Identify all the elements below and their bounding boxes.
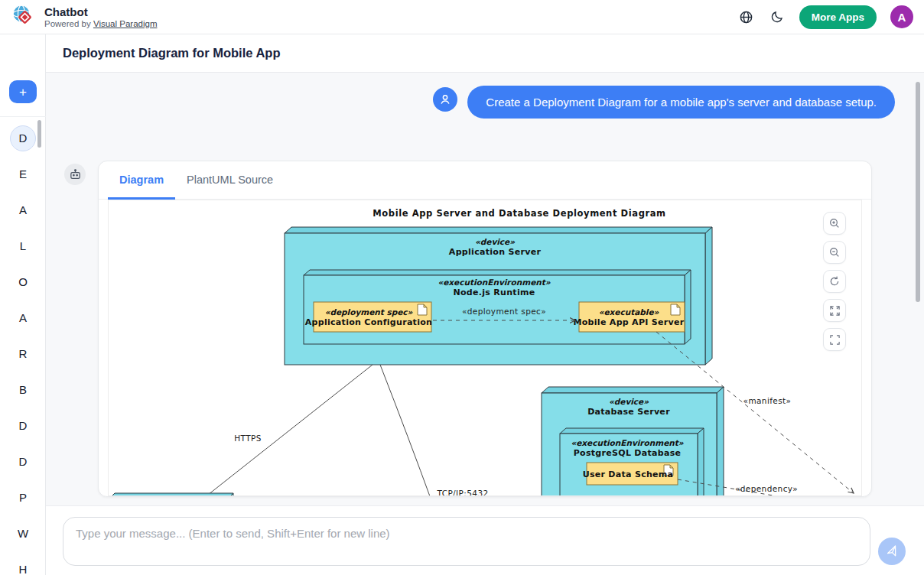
edge-https: [208, 365, 373, 495]
chat-history-item[interactable]: O: [0, 264, 46, 300]
app-header: Chatbot Powered by Visual Paradigm More …: [0, 0, 924, 34]
chat-scrollbar[interactable]: [916, 82, 920, 302]
edge-label-dependency: «dependency»: [735, 484, 798, 493]
artifact-application-configuration: «deployment spec» Application Configurat…: [305, 302, 432, 332]
chat-history-item[interactable]: B: [0, 372, 46, 408]
svg-text:Node.js Runtime: Node.js Runtime: [453, 288, 535, 297]
svg-text:«device»: «device»: [475, 237, 515, 246]
page-title: Deployment Diagram for Mobile App: [63, 46, 281, 60]
message-input-panel: [46, 505, 924, 575]
svg-text:PostgreSQL Database: PostgreSQL Database: [574, 448, 682, 458]
chat-history-item[interactable]: A: [0, 192, 46, 228]
svg-text:Application Server: Application Server: [449, 247, 542, 257]
titlebar: Deployment Diagram for Mobile App: [46, 34, 924, 73]
chat-history-item[interactable]: R: [0, 336, 46, 372]
chat-history-list: D E A L O A R B D D P W H: [0, 120, 46, 575]
edge-label-deployment-spec: «deployment spec»: [462, 307, 546, 316]
diagram-controls: [823, 212, 846, 351]
chat-history-item[interactable]: E: [0, 156, 46, 192]
svg-text:«executionEnvironment»: «executionEnvironment»: [571, 438, 683, 447]
message-input[interactable]: [63, 517, 870, 566]
robot-icon: [69, 168, 82, 181]
zoom-in-icon: [828, 217, 841, 229]
svg-text:Database Server: Database Server: [587, 407, 670, 417]
reset-view-icon: [828, 275, 841, 288]
artifact-mobile-app-api-server: «executable» Mobile App API Server: [574, 302, 685, 332]
user-message-row: Create a Deployment Diagram for a mobile…: [46, 86, 895, 119]
plus-icon: +: [19, 85, 27, 99]
sidebar-divider: [0, 116, 46, 117]
tab-plantuml-source[interactable]: PlantUML Source: [175, 161, 285, 200]
chat-history-item[interactable]: W: [0, 515, 46, 551]
diagram-card: Diagram PlantUML Source Mobile App Serve…: [98, 161, 872, 497]
tab-diagram[interactable]: Diagram: [108, 161, 175, 200]
artifact-doc-icon: [671, 304, 680, 315]
diagram-canvas[interactable]: Mobile App Server and Database Deploymen…: [108, 200, 862, 496]
chat-history-item[interactable]: P: [0, 479, 46, 515]
person-icon: [438, 93, 452, 106]
fullscreen-button[interactable]: [823, 328, 846, 351]
svg-text:«device»: «device»: [609, 397, 649, 406]
diagram-title: Mobile App Server and Database Deploymen…: [373, 208, 665, 219]
svg-text:User Data Schema: User Data Schema: [583, 469, 674, 479]
artifact-doc-icon: [418, 304, 427, 315]
visual-paradigm-link[interactable]: Visual Paradigm: [93, 19, 158, 28]
edge-label-tcpip: TCP/IP:5432: [436, 489, 488, 496]
powered-by: Powered by Visual Paradigm: [44, 18, 157, 29]
user-message-avatar: [433, 87, 457, 112]
dark-mode-moon-icon[interactable]: [769, 8, 786, 25]
reset-view-button[interactable]: [823, 270, 846, 293]
app-title: Chatbot: [44, 5, 157, 18]
app-logo: [11, 3, 35, 31]
edge-tcpip: [380, 365, 433, 496]
chat-area: Create a Deployment Diagram for a mobile…: [46, 73, 924, 575]
user-avatar-menu[interactable]: A: [890, 5, 913, 28]
expand-icon: [829, 305, 841, 317]
edge-label-https: HTTPS: [234, 434, 262, 443]
expand-button[interactable]: [823, 299, 846, 322]
svg-text:Mobile App API Server: Mobile App API Server: [574, 317, 685, 327]
chat-history-item[interactable]: H: [0, 551, 46, 575]
bot-avatar: [64, 164, 86, 185]
send-icon: [883, 543, 900, 560]
send-button[interactable]: [878, 538, 906, 565]
svg-text:«executionEnvironment»: «executionEnvironment»: [438, 278, 550, 287]
sidebar: + D E A L O A R B D D P W H: [0, 34, 46, 575]
zoom-out-icon: [828, 246, 841, 258]
bot-message-row: Diagram PlantUML Source Mobile App Serve…: [64, 161, 924, 497]
zoom-in-button[interactable]: [823, 212, 846, 235]
chat-history-item[interactable]: D: [0, 408, 46, 443]
language-globe-icon[interactable]: [738, 8, 755, 25]
artifact-user-data-schema: User Data Schema: [583, 463, 678, 485]
svg-text:«deployment spec»: «deployment spec»: [325, 307, 413, 317]
user-message-bubble: Create a Deployment Diagram for a mobile…: [467, 86, 895, 119]
svg-text:Application Configuration: Application Configuration: [305, 317, 432, 327]
svg-text:«executable»: «executable»: [599, 307, 659, 317]
chat-history-item[interactable]: A: [0, 300, 46, 336]
chat-history-item[interactable]: D: [0, 443, 46, 479]
tab-bar: Diagram PlantUML Source: [99, 161, 871, 200]
node-client-partial: [109, 493, 233, 496]
chat-history-item[interactable]: L: [0, 228, 46, 264]
sidebar-scrollbar[interactable]: [37, 120, 41, 148]
brand: Chatbot Powered by Visual Paradigm: [11, 3, 157, 31]
zoom-out-button[interactable]: [823, 241, 846, 264]
more-apps-button[interactable]: More Apps: [799, 5, 877, 29]
fullscreen-icon: [829, 334, 841, 346]
new-chat-button[interactable]: +: [9, 80, 37, 103]
edge-label-manifest: «manifest»: [743, 396, 792, 405]
